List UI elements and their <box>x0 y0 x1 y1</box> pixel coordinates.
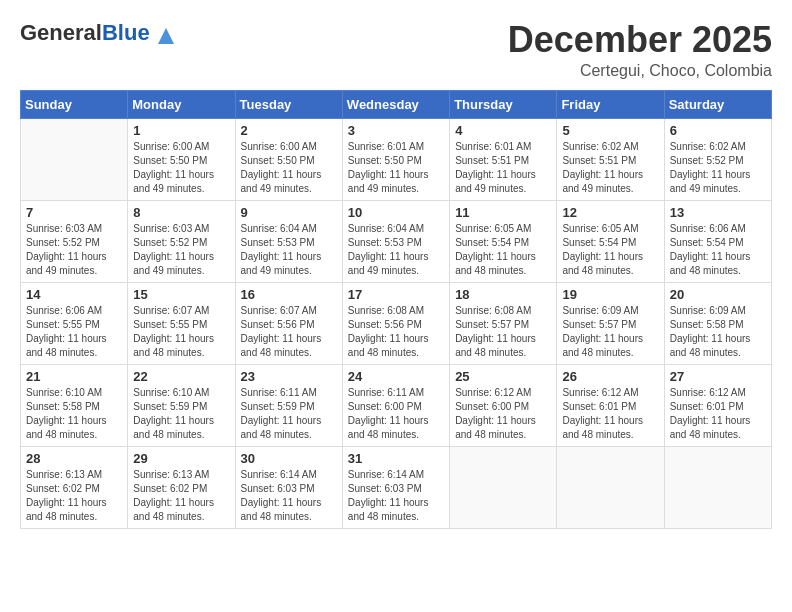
calendar-cell: 16Sunrise: 6:07 AM Sunset: 5:56 PM Dayli… <box>235 282 342 364</box>
day-info: Sunrise: 6:07 AM Sunset: 5:55 PM Dayligh… <box>133 304 229 360</box>
calendar-cell <box>21 118 128 200</box>
day-info: Sunrise: 6:12 AM Sunset: 6:01 PM Dayligh… <box>562 386 658 442</box>
day-info: Sunrise: 6:05 AM Sunset: 5:54 PM Dayligh… <box>455 222 551 278</box>
calendar-header-row: SundayMondayTuesdayWednesdayThursdayFrid… <box>21 90 772 118</box>
day-info: Sunrise: 6:12 AM Sunset: 6:00 PM Dayligh… <box>455 386 551 442</box>
day-info: Sunrise: 6:06 AM Sunset: 5:55 PM Dayligh… <box>26 304 122 360</box>
calendar-header-saturday: Saturday <box>664 90 771 118</box>
calendar-header-friday: Friday <box>557 90 664 118</box>
calendar-cell: 2Sunrise: 6:00 AM Sunset: 5:50 PM Daylig… <box>235 118 342 200</box>
day-number: 1 <box>133 123 229 138</box>
day-number: 3 <box>348 123 444 138</box>
day-number: 31 <box>348 451 444 466</box>
day-number: 15 <box>133 287 229 302</box>
calendar-header-sunday: Sunday <box>21 90 128 118</box>
calendar-cell: 15Sunrise: 6:07 AM Sunset: 5:55 PM Dayli… <box>128 282 235 364</box>
day-info: Sunrise: 6:11 AM Sunset: 6:00 PM Dayligh… <box>348 386 444 442</box>
month-title: December 2025 <box>508 20 772 60</box>
calendar-cell: 18Sunrise: 6:08 AM Sunset: 5:57 PM Dayli… <box>450 282 557 364</box>
calendar-header-monday: Monday <box>128 90 235 118</box>
day-info: Sunrise: 6:13 AM Sunset: 6:02 PM Dayligh… <box>133 468 229 524</box>
day-info: Sunrise: 6:14 AM Sunset: 6:03 PM Dayligh… <box>348 468 444 524</box>
calendar-header-tuesday: Tuesday <box>235 90 342 118</box>
svg-marker-0 <box>158 28 174 44</box>
day-number: 4 <box>455 123 551 138</box>
day-number: 2 <box>241 123 337 138</box>
day-number: 23 <box>241 369 337 384</box>
calendar-cell: 17Sunrise: 6:08 AM Sunset: 5:56 PM Dayli… <box>342 282 449 364</box>
calendar-week-1: 1Sunrise: 6:00 AM Sunset: 5:50 PM Daylig… <box>21 118 772 200</box>
day-number: 7 <box>26 205 122 220</box>
day-number: 16 <box>241 287 337 302</box>
calendar-cell: 7Sunrise: 6:03 AM Sunset: 5:52 PM Daylig… <box>21 200 128 282</box>
calendar-cell: 3Sunrise: 6:01 AM Sunset: 5:50 PM Daylig… <box>342 118 449 200</box>
logo: GeneralBlue <box>20 20 176 46</box>
day-number: 26 <box>562 369 658 384</box>
day-info: Sunrise: 6:10 AM Sunset: 5:59 PM Dayligh… <box>133 386 229 442</box>
calendar-cell: 30Sunrise: 6:14 AM Sunset: 6:03 PM Dayli… <box>235 446 342 528</box>
calendar-cell: 19Sunrise: 6:09 AM Sunset: 5:57 PM Dayli… <box>557 282 664 364</box>
location: Certegui, Choco, Colombia <box>508 62 772 80</box>
calendar-cell: 12Sunrise: 6:05 AM Sunset: 5:54 PM Dayli… <box>557 200 664 282</box>
day-info: Sunrise: 6:12 AM Sunset: 6:01 PM Dayligh… <box>670 386 766 442</box>
day-number: 29 <box>133 451 229 466</box>
day-info: Sunrise: 6:00 AM Sunset: 5:50 PM Dayligh… <box>241 140 337 196</box>
calendar-table: SundayMondayTuesdayWednesdayThursdayFrid… <box>20 90 772 529</box>
calendar-cell: 28Sunrise: 6:13 AM Sunset: 6:02 PM Dayli… <box>21 446 128 528</box>
calendar-cell: 14Sunrise: 6:06 AM Sunset: 5:55 PM Dayli… <box>21 282 128 364</box>
calendar-cell: 9Sunrise: 6:04 AM Sunset: 5:53 PM Daylig… <box>235 200 342 282</box>
day-number: 21 <box>26 369 122 384</box>
calendar-cell <box>664 446 771 528</box>
day-info: Sunrise: 6:08 AM Sunset: 5:56 PM Dayligh… <box>348 304 444 360</box>
calendar-cell: 10Sunrise: 6:04 AM Sunset: 5:53 PM Dayli… <box>342 200 449 282</box>
day-number: 14 <box>26 287 122 302</box>
day-number: 19 <box>562 287 658 302</box>
day-number: 25 <box>455 369 551 384</box>
day-info: Sunrise: 6:01 AM Sunset: 5:51 PM Dayligh… <box>455 140 551 196</box>
day-number: 8 <box>133 205 229 220</box>
day-number: 17 <box>348 287 444 302</box>
calendar-cell: 20Sunrise: 6:09 AM Sunset: 5:58 PM Dayli… <box>664 282 771 364</box>
day-number: 24 <box>348 369 444 384</box>
day-info: Sunrise: 6:05 AM Sunset: 5:54 PM Dayligh… <box>562 222 658 278</box>
day-number: 30 <box>241 451 337 466</box>
calendar-week-3: 14Sunrise: 6:06 AM Sunset: 5:55 PM Dayli… <box>21 282 772 364</box>
day-number: 22 <box>133 369 229 384</box>
calendar-cell: 25Sunrise: 6:12 AM Sunset: 6:00 PM Dayli… <box>450 364 557 446</box>
day-info: Sunrise: 6:01 AM Sunset: 5:50 PM Dayligh… <box>348 140 444 196</box>
day-info: Sunrise: 6:10 AM Sunset: 5:58 PM Dayligh… <box>26 386 122 442</box>
calendar-cell: 6Sunrise: 6:02 AM Sunset: 5:52 PM Daylig… <box>664 118 771 200</box>
day-info: Sunrise: 6:04 AM Sunset: 5:53 PM Dayligh… <box>348 222 444 278</box>
calendar-cell: 24Sunrise: 6:11 AM Sunset: 6:00 PM Dayli… <box>342 364 449 446</box>
day-info: Sunrise: 6:07 AM Sunset: 5:56 PM Dayligh… <box>241 304 337 360</box>
calendar-cell: 4Sunrise: 6:01 AM Sunset: 5:51 PM Daylig… <box>450 118 557 200</box>
page-header: GeneralBlue December 2025 Certegui, Choc… <box>20 20 772 80</box>
day-number: 10 <box>348 205 444 220</box>
title-section: December 2025 Certegui, Choco, Colombia <box>508 20 772 80</box>
day-info: Sunrise: 6:11 AM Sunset: 5:59 PM Dayligh… <box>241 386 337 442</box>
day-number: 9 <box>241 205 337 220</box>
calendar-cell: 31Sunrise: 6:14 AM Sunset: 6:03 PM Dayli… <box>342 446 449 528</box>
day-info: Sunrise: 6:09 AM Sunset: 5:58 PM Dayligh… <box>670 304 766 360</box>
day-info: Sunrise: 6:06 AM Sunset: 5:54 PM Dayligh… <box>670 222 766 278</box>
logo-icon <box>156 26 176 46</box>
day-info: Sunrise: 6:04 AM Sunset: 5:53 PM Dayligh… <box>241 222 337 278</box>
calendar-week-4: 21Sunrise: 6:10 AM Sunset: 5:58 PM Dayli… <box>21 364 772 446</box>
calendar-cell: 13Sunrise: 6:06 AM Sunset: 5:54 PM Dayli… <box>664 200 771 282</box>
day-info: Sunrise: 6:03 AM Sunset: 5:52 PM Dayligh… <box>133 222 229 278</box>
calendar-cell: 27Sunrise: 6:12 AM Sunset: 6:01 PM Dayli… <box>664 364 771 446</box>
day-info: Sunrise: 6:03 AM Sunset: 5:52 PM Dayligh… <box>26 222 122 278</box>
calendar-header-thursday: Thursday <box>450 90 557 118</box>
calendar-week-2: 7Sunrise: 6:03 AM Sunset: 5:52 PM Daylig… <box>21 200 772 282</box>
calendar-cell: 5Sunrise: 6:02 AM Sunset: 5:51 PM Daylig… <box>557 118 664 200</box>
day-info: Sunrise: 6:02 AM Sunset: 5:52 PM Dayligh… <box>670 140 766 196</box>
day-info: Sunrise: 6:13 AM Sunset: 6:02 PM Dayligh… <box>26 468 122 524</box>
day-number: 20 <box>670 287 766 302</box>
calendar-cell: 26Sunrise: 6:12 AM Sunset: 6:01 PM Dayli… <box>557 364 664 446</box>
day-number: 12 <box>562 205 658 220</box>
calendar-cell: 11Sunrise: 6:05 AM Sunset: 5:54 PM Dayli… <box>450 200 557 282</box>
calendar-cell: 23Sunrise: 6:11 AM Sunset: 5:59 PM Dayli… <box>235 364 342 446</box>
day-info: Sunrise: 6:14 AM Sunset: 6:03 PM Dayligh… <box>241 468 337 524</box>
day-number: 18 <box>455 287 551 302</box>
day-info: Sunrise: 6:09 AM Sunset: 5:57 PM Dayligh… <box>562 304 658 360</box>
